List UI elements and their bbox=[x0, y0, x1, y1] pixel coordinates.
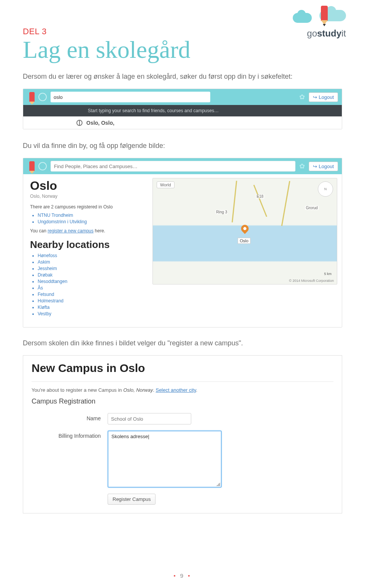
logout-button[interactable]: ↪ Logout bbox=[309, 92, 338, 102]
logout-icon: ↪ bbox=[313, 94, 317, 100]
billing-textarea[interactable]: Skolens adresse| bbox=[108, 431, 222, 488]
map-city-label: Oslo bbox=[238, 238, 251, 244]
nearby-link[interactable]: Hønefoss bbox=[38, 253, 146, 258]
select-another-city-link[interactable]: Select another city bbox=[156, 387, 196, 393]
screenshot-search: ✿ ↪ Logout Start typing your search to f… bbox=[23, 89, 342, 129]
nearby-link[interactable]: Jessheim bbox=[38, 266, 146, 271]
city-subtitle: Oslo, Norway bbox=[30, 194, 146, 199]
form-city: Oslo, Norway bbox=[123, 387, 153, 393]
profile-circle-icon[interactable] bbox=[38, 93, 47, 101]
logout-icon: ↪ bbox=[313, 164, 317, 169]
profile-circle-icon[interactable] bbox=[38, 162, 47, 170]
map-road bbox=[281, 181, 290, 226]
billing-label: Billing Information bbox=[32, 431, 108, 439]
logo-it: it bbox=[341, 28, 346, 38]
pencil-icon bbox=[29, 161, 35, 171]
nearby-link[interactable]: Askim bbox=[38, 259, 146, 265]
page-title: Lag en skolegård bbox=[23, 36, 342, 64]
form-title: New Campus in Oslo bbox=[32, 362, 333, 375]
campus-count: There are 2 campuses registered in Oslo bbox=[30, 204, 146, 210]
gear-icon[interactable]: ✿ bbox=[299, 93, 305, 101]
screenshot-new-campus-form: New Campus in Oslo You're about to regis… bbox=[23, 355, 342, 513]
register-link-text: register a new campus bbox=[170, 339, 239, 347]
register-campus-button[interactable]: Register Campus bbox=[108, 494, 156, 505]
city-info-panel: Oslo Oslo, Norway There are 2 campuses r… bbox=[23, 174, 152, 327]
logo-text: gostudyit bbox=[278, 28, 346, 39]
nearby-link[interactable]: Drøbak bbox=[38, 272, 146, 278]
divider bbox=[32, 381, 333, 382]
gear-icon[interactable]: ✿ bbox=[299, 162, 305, 170]
search-suggestion[interactable]: Oslo, Oslo, bbox=[23, 116, 342, 129]
paragraph-2: Du vil da finne din by, og få opp følgen… bbox=[23, 141, 342, 151]
map-attribution: © 2014 Microsoft Corporation bbox=[289, 279, 334, 283]
name-label: Name bbox=[32, 413, 108, 421]
map-world-button[interactable]: World bbox=[157, 181, 175, 188]
map-road bbox=[232, 181, 237, 222]
map-pin-icon[interactable] bbox=[240, 223, 250, 234]
nearby-link[interactable]: Vestby bbox=[38, 311, 146, 316]
nearby-link[interactable]: Ås bbox=[38, 285, 146, 291]
compass-icon[interactable]: N bbox=[318, 181, 333, 197]
form-section-heading: Campus Registration bbox=[32, 397, 333, 405]
map-road bbox=[253, 185, 267, 217]
campus-list: NTNU Trondheim Ungdomstrinn i Utvikling bbox=[30, 213, 146, 224]
map-label-ring3: Ring 3 bbox=[216, 210, 228, 214]
pencil-icon bbox=[29, 92, 35, 102]
nearby-link[interactable]: Kløfta bbox=[38, 305, 146, 310]
search-input[interactable] bbox=[51, 92, 210, 102]
nearby-link[interactable]: Fetsund bbox=[38, 292, 146, 297]
app-topbar: ✿ ↪ Logout bbox=[23, 89, 342, 105]
campus-name-input[interactable] bbox=[108, 413, 191, 424]
logo-graphic bbox=[278, 8, 346, 27]
logout-label: Logout bbox=[319, 164, 334, 169]
map-scale: 5 km bbox=[324, 272, 332, 276]
campus-link[interactable]: Ungdomstrinn i Utvikling bbox=[38, 219, 146, 224]
search-hint: Start typing your search to find friends… bbox=[23, 105, 342, 116]
nearby-link[interactable]: Nesoddtangen bbox=[38, 279, 146, 284]
paragraph-3: Dersom skolen din ikke finnes i bildet v… bbox=[23, 338, 342, 348]
app-topbar-2: ✿ ↪ Logout bbox=[23, 158, 342, 174]
suggestion-text: Oslo, Oslo, bbox=[86, 120, 114, 126]
register-line: You can register a new campus here. bbox=[30, 228, 146, 234]
resize-handle-icon[interactable] bbox=[216, 482, 220, 486]
nearby-link[interactable]: Holmestrand bbox=[38, 298, 146, 304]
search-input[interactable] bbox=[51, 161, 295, 172]
nearby-list: Hønefoss Askim Jessheim Drøbak Nesoddtan… bbox=[30, 253, 146, 316]
nearby-heading: Nearby locations bbox=[30, 239, 146, 251]
brand-logo: gostudyit bbox=[278, 8, 346, 39]
map-label-grorud: Grorud bbox=[305, 206, 318, 210]
map[interactable]: World N Ring 3 E18 Grorud Oslo 5 km © 20… bbox=[152, 178, 337, 284]
logo-go: go bbox=[307, 28, 317, 38]
paragraph-1: Dersom du er lærer og ønsker å lage en s… bbox=[23, 72, 342, 82]
form-intro: You're about to register a new Campus in… bbox=[32, 387, 333, 393]
register-campus-link[interactable]: register a new campus bbox=[48, 228, 94, 234]
logout-label: Logout bbox=[319, 94, 334, 100]
screenshot-city-page: ✿ ↪ Logout Oslo Oslo, Norway There are 2… bbox=[23, 158, 342, 327]
billing-value: Skolens adresse bbox=[111, 434, 148, 439]
campus-link[interactable]: NTNU Trondheim bbox=[38, 213, 146, 218]
city-heading: Oslo bbox=[30, 179, 146, 193]
globe-icon bbox=[76, 120, 83, 126]
logo-study: study bbox=[317, 28, 341, 38]
map-label-e18: E18 bbox=[256, 194, 264, 199]
logout-button[interactable]: ↪ Logout bbox=[309, 162, 338, 171]
page-number: • 9 • bbox=[0, 572, 365, 579]
